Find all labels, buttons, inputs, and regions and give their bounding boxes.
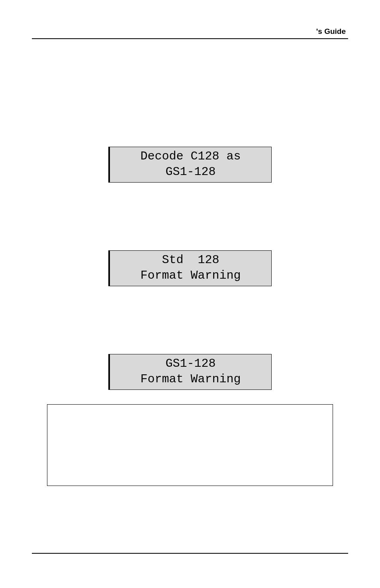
lcd-display-1: Decode C128 as GS1-128 (108, 147, 272, 183)
lcd-1-line-2: GS1-128 (165, 165, 215, 179)
lcd-display-3-container: GS1-128 Format Warning (32, 354, 348, 390)
lcd-display-1-container: Decode C128 as GS1-128 (32, 147, 348, 183)
header-divider (32, 38, 348, 39)
document-page: 's Guide Decode C128 as GS1-128 Std 128 … (0, 0, 380, 588)
lcd-3-line-1: GS1-128 (165, 357, 215, 370)
lcd-display-3: GS1-128 Format Warning (108, 354, 272, 390)
page-header: 's Guide (32, 27, 348, 39)
footer-divider (32, 553, 348, 554)
lcd-2-line-2: Format Warning (140, 269, 241, 282)
lcd-1-line-1: Decode C128 as (140, 149, 241, 163)
lcd-display-2: Std 128 Format Warning (108, 250, 272, 286)
header-right-label: 's Guide (32, 27, 348, 38)
lcd-2-line-1: Std 128 (162, 253, 219, 267)
lcd-display-2-container: Std 128 Format Warning (32, 250, 348, 286)
empty-note-box (47, 404, 333, 486)
lcd-3-line-2: Format Warning (140, 372, 241, 386)
